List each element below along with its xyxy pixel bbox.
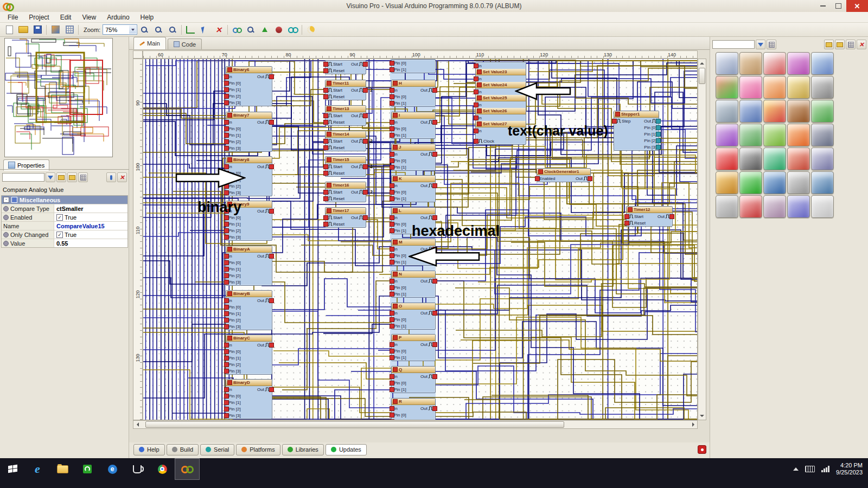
toolbox-motor-icon[interactable] <box>787 100 810 123</box>
input-pin-icon[interactable] <box>390 215 394 220</box>
collapse-all-icon[interactable] <box>67 172 77 182</box>
clock[interactable]: 4:20 PM 9/25/2023 <box>836 462 863 476</box>
toolbox-logic-icon[interactable] <box>739 171 762 194</box>
property-row-compare-type[interactable]: Compare TypectSmaller <box>2 204 127 213</box>
component-Binary7[interactable]: Binary7InOutPin [0]Pin [1]Pin [2]Pin [3] <box>226 112 272 152</box>
input-pin-icon[interactable] <box>390 222 394 227</box>
output-pin-icon[interactable] <box>656 132 661 137</box>
zoom-out-icon[interactable] <box>151 23 165 36</box>
output-pin-icon[interactable] <box>363 139 368 144</box>
input-pin-icon[interactable] <box>390 279 394 284</box>
input-pin-icon[interactable] <box>624 221 629 226</box>
output-pin-icon[interactable] <box>432 183 437 188</box>
zoom-select[interactable]: 75% <box>103 24 137 35</box>
taskbar-internet-explorer-icon[interactable]: e <box>25 458 50 480</box>
annotation-text-2[interactable]: hexadecimal <box>412 223 500 240</box>
input-pin-icon[interactable] <box>224 305 229 310</box>
output-pin-icon[interactable] <box>363 190 368 195</box>
input-pin-icon[interactable] <box>224 343 229 348</box>
input-pin-icon[interactable] <box>474 102 478 107</box>
toolbox-misc-icon[interactable] <box>763 195 786 218</box>
input-pin-icon[interactable] <box>535 176 540 181</box>
input-pin-icon[interactable] <box>323 94 328 99</box>
toolbox-random-icon[interactable] <box>739 76 762 99</box>
output-pin-icon[interactable] <box>432 215 437 220</box>
input-pin-icon[interactable] <box>612 119 617 124</box>
input-pin-icon[interactable] <box>390 183 394 188</box>
input-pin-icon[interactable] <box>224 126 229 131</box>
component-Timer14[interactable]: Timer14StartOutReset2 <box>325 131 366 151</box>
output-pin-icon[interactable] <box>363 164 368 169</box>
minimize-button[interactable] <box>815 0 831 12</box>
zoom-page-icon[interactable] <box>165 23 180 36</box>
input-pin-icon[interactable] <box>390 253 394 258</box>
output-pin-icon[interactable] <box>656 138 661 143</box>
clear-icon[interactable]: ✕ <box>117 172 127 182</box>
component-BinaryA[interactable]: BinaryAInOutPin [0]Pin [1]Pin [2]Pin [3] <box>226 246 272 286</box>
output-pin-icon[interactable] <box>269 298 274 303</box>
output-pin-icon[interactable] <box>432 406 437 411</box>
input-pin-icon[interactable] <box>390 94 394 99</box>
toolbox-mechanics-icon[interactable] <box>811 124 834 146</box>
taskbar-start-icon[interactable] <box>0 458 25 480</box>
input-pin-icon[interactable] <box>224 254 229 259</box>
input-pin-icon[interactable] <box>390 324 394 329</box>
input-pin-icon[interactable] <box>323 120 328 125</box>
output-pin-icon[interactable] <box>432 279 437 284</box>
input-pin-icon[interactable] <box>224 369 229 374</box>
input-pin-icon[interactable] <box>390 61 394 66</box>
input-pin-icon[interactable] <box>390 120 394 125</box>
input-pin-icon[interactable] <box>224 280 229 285</box>
input-pin-icon[interactable] <box>390 190 394 195</box>
toolbox-image-icon[interactable] <box>739 124 762 146</box>
tab-code[interactable]: Code <box>168 38 202 49</box>
input-pin-icon[interactable] <box>323 222 328 227</box>
vertical-scrollbar[interactable] <box>698 59 706 420</box>
taskbar-edge-icon[interactable]: e <box>100 458 125 480</box>
input-pin-icon[interactable] <box>390 317 394 322</box>
output-pin-icon[interactable] <box>669 214 674 219</box>
toolbox-stack-icon[interactable] <box>811 171 834 194</box>
toolbox-calculator-icon[interactable] <box>739 147 762 170</box>
vertical-scroll-thumb[interactable] <box>699 68 705 84</box>
bottom-tab-serial[interactable]: Serial <box>200 444 234 455</box>
taskbar-java-icon[interactable] <box>125 458 150 480</box>
component-O[interactable]: OInOutPin [0]Pin [1] <box>391 303 436 330</box>
input-pin-icon[interactable] <box>224 260 229 265</box>
input-pin-icon[interactable] <box>390 311 394 316</box>
scroll-down-button[interactable] <box>698 412 706 420</box>
input-pin-icon[interactable] <box>390 285 394 290</box>
input-pin-icon[interactable] <box>224 394 229 399</box>
input-pin-icon[interactable] <box>224 235 229 240</box>
property-row-only-changed[interactable]: Only Changed✓True <box>2 230 127 239</box>
input-pin-icon[interactable] <box>390 292 394 297</box>
delete-icon[interactable]: ✕ <box>212 23 226 36</box>
input-pin-icon[interactable] <box>224 318 229 323</box>
input-pin-icon[interactable] <box>390 126 394 131</box>
scroll-up-button[interactable] <box>698 59 706 67</box>
component-Timer12[interactable]: Timer12StartOutReset <box>626 206 673 227</box>
component-Timer11[interactable]: Timer11StartOutReset2 <box>325 80 366 100</box>
output-pin-icon[interactable] <box>269 74 274 79</box>
input-pin-icon[interactable] <box>323 196 328 201</box>
arduino-board-icon[interactable] <box>286 23 300 36</box>
tab-main[interactable]: Main <box>133 37 166 49</box>
input-pin-icon[interactable] <box>224 311 229 316</box>
zoom-in-icon[interactable] <box>137 23 151 36</box>
new-sketch-icon[interactable] <box>2 23 16 36</box>
input-pin-icon[interactable] <box>224 273 229 278</box>
taskbar-file-explorer-icon[interactable] <box>50 458 75 480</box>
output-pin-icon[interactable] <box>363 113 368 118</box>
input-pin-icon[interactable] <box>224 349 229 354</box>
toolbox-notes-icon[interactable] <box>811 147 834 170</box>
pin-icon[interactable] <box>106 172 116 182</box>
input-pin-icon[interactable] <box>474 63 478 68</box>
dark-mode-icon[interactable] <box>304 23 318 36</box>
property-value[interactable]: 0.55 <box>54 239 127 247</box>
input-pin-icon[interactable] <box>474 89 478 94</box>
component-Timer13[interactable]: Timer13StartOutReset <box>325 105 366 126</box>
output-pin-icon[interactable] <box>432 120 437 125</box>
upload-icon[interactable] <box>258 23 272 36</box>
taskbar-store-icon[interactable] <box>75 458 100 480</box>
input-pin-icon[interactable] <box>390 247 394 252</box>
